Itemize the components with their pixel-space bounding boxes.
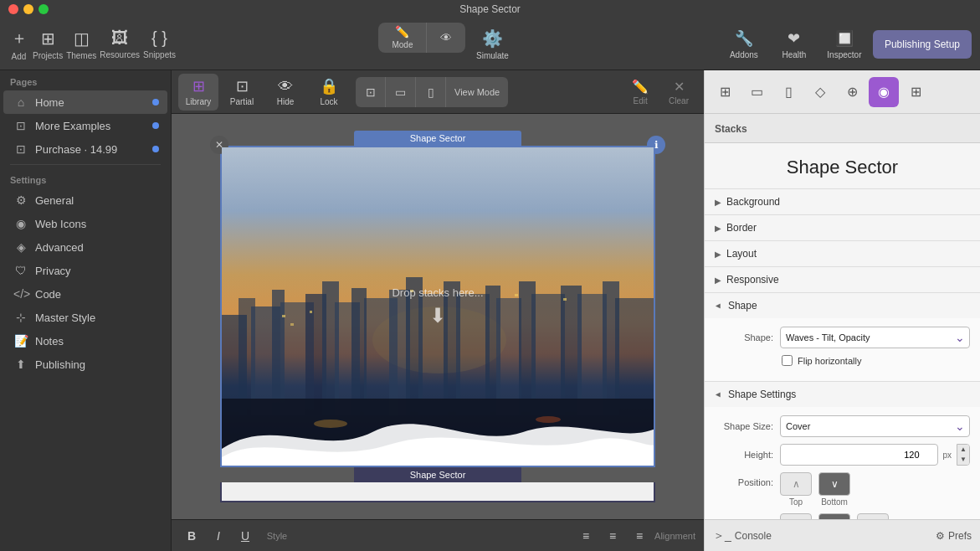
- sidebar-item-privacy[interactable]: 🛡 Privacy: [3, 259, 167, 282]
- border-header[interactable]: ▶ Border: [705, 215, 980, 240]
- web-icons-icon: ◉: [13, 217, 28, 230]
- resources-button[interactable]: 🖼 Resources: [100, 23, 140, 66]
- canvas-area[interactable]: Shape Sector ✕ ℹ: [172, 114, 704, 519]
- ins-grid-button[interactable]: ⊞: [900, 77, 931, 107]
- vm-mobile-button[interactable]: ▯: [416, 77, 446, 107]
- console-button[interactable]: ＞_ Console: [713, 528, 772, 543]
- prefs-button[interactable]: ⚙ Prefs: [936, 530, 972, 542]
- lock-button[interactable]: 🔒 Lock: [309, 74, 349, 111]
- background-arrow: ▶: [715, 198, 721, 207]
- hor-left-button[interactable]: ‹: [780, 513, 812, 519]
- shape-select[interactable]: Waves - Tilt, Opacity: [780, 327, 970, 348]
- inspector-toolbar: ⊞ ▭ ▯ ◇ ⊕ ◉ ⊞: [705, 70, 980, 114]
- pos-top-group: ∧ Top: [780, 472, 812, 507]
- shape-size-select[interactable]: Cover: [780, 415, 970, 437]
- clear-button[interactable]: ✕ Clear: [660, 74, 697, 111]
- edit-button[interactable]: ✏️ Edit: [623, 74, 657, 111]
- sidebar-item-code[interactable]: </> Code: [3, 282, 167, 306]
- shape-select-wrapper[interactable]: Waves - Tilt, Opacity ⌄: [780, 327, 970, 348]
- themes-icon: ◫: [74, 28, 90, 49]
- add-button[interactable]: ＋ Add: [8, 23, 29, 66]
- lock-icon: 🔒: [320, 77, 338, 95]
- mode-preview-button[interactable]: 👁: [427, 23, 465, 53]
- sidebar-item-publishing[interactable]: ⬆ Publishing: [3, 353, 167, 376]
- align-right-button[interactable]: ≡: [628, 524, 651, 548]
- partial-button[interactable]: ⊡ Partial: [222, 74, 262, 111]
- maximize-button[interactable]: [38, 4, 49, 14]
- ins-active-button[interactable]: ◉: [869, 77, 899, 107]
- layout-header[interactable]: ▶ Layout: [705, 241, 980, 266]
- svg-rect-27: [310, 311, 312, 313]
- themes-button[interactable]: ◫ Themes: [66, 23, 96, 66]
- toolbar-center: ✏️ Mode 👁 ⚙️ Simulate: [176, 23, 722, 66]
- inspector-body[interactable]: Shape Sector ▶ Background ▶ Border ▶: [705, 143, 980, 519]
- bold-button[interactable]: B: [180, 524, 203, 548]
- flip-checkbox[interactable]: [782, 355, 793, 366]
- shape-sector-block: Drop stacks here... ⬇: [222, 147, 654, 466]
- background-header[interactable]: ▶ Background: [705, 189, 980, 214]
- sidebar-item-web-icons[interactable]: ◉ Web Icons: [3, 212, 167, 235]
- underline-button[interactable]: U: [233, 524, 257, 548]
- align-left-button[interactable]: ≡: [574, 524, 598, 548]
- inspector-button[interactable]: 🔲 Inspector: [823, 23, 866, 66]
- position-bottom-button[interactable]: ∨: [818, 472, 850, 496]
- hide-icon: 👁: [278, 78, 293, 95]
- second-canvas-label-wrapper: Shape Sector: [354, 467, 521, 482]
- height-increment[interactable]: ▲: [957, 445, 969, 455]
- add-icon: ＋: [11, 27, 28, 49]
- hor-right-button[interactable]: ›: [857, 513, 889, 519]
- sidebar-item-advanced[interactable]: ◈ Advanced: [3, 235, 167, 259]
- shape-header[interactable]: ▼ Shape: [705, 293, 980, 318]
- shape-settings-section: ▼ Shape Settings Shape Size: Cover ⌄: [705, 382, 980, 519]
- border-arrow: ▶: [715, 224, 721, 233]
- ins-layout-button[interactable]: ⊞: [710, 77, 740, 107]
- purchase-icon: ⊡: [13, 142, 28, 156]
- vm-tablet-button[interactable]: ▭: [386, 77, 416, 107]
- toolbar-right: 🔧 Addons ❤ Health 🔲 Inspector Publishing…: [722, 23, 972, 66]
- ins-stack-button[interactable]: ▭: [741, 77, 772, 107]
- ins-style-button[interactable]: ◇: [805, 77, 835, 107]
- sidebar-item-master-style[interactable]: ⊹ Master Style: [3, 306, 167, 329]
- position-top-button[interactable]: ∧: [780, 472, 812, 496]
- titlebar: Shape Sector: [0, 0, 980, 18]
- publishing-setup-button[interactable]: Publishing Setup: [873, 30, 972, 59]
- height-decrement[interactable]: ▼: [957, 455, 969, 465]
- sidebar-item-home[interactable]: ⌂ Home: [3, 90, 167, 114]
- mode-edit-button[interactable]: ✏️ Mode: [378, 23, 427, 53]
- minimize-button[interactable]: [23, 4, 33, 14]
- sidebar-item-more-examples[interactable]: ⊡ More Examples: [3, 114, 167, 137]
- shape-arrow: ▼: [714, 301, 723, 310]
- hide-button[interactable]: 👁 Hide: [265, 74, 305, 111]
- resources-icon: 🖼: [111, 28, 128, 48]
- italic-button[interactable]: I: [207, 524, 230, 548]
- projects-icon: ⊞: [41, 28, 55, 49]
- simulate-icon: ⚙️: [482, 28, 503, 49]
- privacy-icon: 🛡: [13, 264, 28, 277]
- pencil-icon: ✏️: [395, 25, 409, 39]
- svg-rect-20: [531, 294, 565, 415]
- hor-center-button[interactable]: ◎: [818, 513, 850, 519]
- align-center-button[interactable]: ≡: [601, 524, 624, 548]
- drop-zone: Drop stacks here... ⬇: [392, 286, 483, 327]
- library-button[interactable]: ⊞ Library: [178, 74, 218, 111]
- shape-size-select-wrapper[interactable]: Cover ⌄: [780, 415, 970, 437]
- vm-desktop-button[interactable]: ⊡: [356, 77, 386, 107]
- height-stepper: ▲ ▼: [957, 444, 970, 466]
- responsive-header[interactable]: ▶ Responsive: [705, 267, 980, 292]
- wave-shape: [222, 399, 654, 466]
- close-button[interactable]: [8, 4, 18, 14]
- ins-column-button[interactable]: ▯: [773, 77, 803, 107]
- addons-button[interactable]: 🔧 Addons: [722, 23, 766, 66]
- height-input[interactable]: [780, 444, 938, 466]
- health-button[interactable]: ❤ Health: [772, 23, 816, 66]
- projects-button[interactable]: ⊞ Projects: [33, 23, 63, 66]
- sidebar-item-notes[interactable]: 📝 Notes: [3, 329, 167, 353]
- shape-settings-header[interactable]: ▼ Shape Settings: [705, 382, 980, 407]
- sidebar-item-purchase[interactable]: ⊡ Purchase · 14.99: [3, 137, 167, 161]
- status-bar: B I U Style ≡ ≡ ≡ Alignment: [172, 519, 704, 551]
- edit-icon: ✏️: [632, 79, 649, 95]
- simulate-button[interactable]: ⚙️ Simulate: [465, 23, 519, 66]
- snippets-button[interactable]: { } Snippets: [143, 23, 176, 66]
- sidebar-item-general[interactable]: ⚙ General: [3, 188, 167, 212]
- ins-link-button[interactable]: ⊕: [837, 77, 867, 107]
